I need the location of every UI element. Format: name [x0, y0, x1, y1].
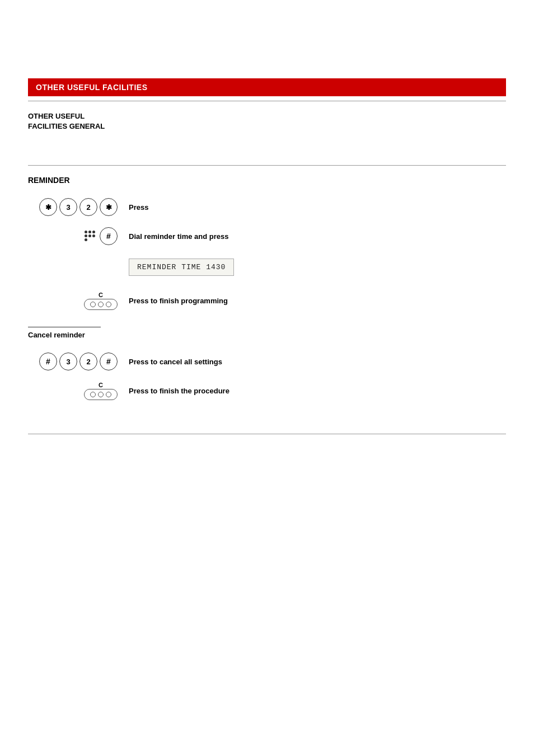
step3-row: C Press to finish programming — [28, 292, 506, 310]
cancel-key-2: 2 — [79, 353, 97, 370]
cancel-step2-row: C Press to finish the procedure — [28, 382, 506, 400]
c-circle-right — [106, 302, 111, 307]
key-2: 2 — [79, 198, 97, 216]
header-bar: OTHER USEFUL FACILITIES — [28, 78, 506, 96]
reminder-instructions: ✱ 3 2 ✱ Press — [28, 198, 506, 310]
c2-circle-center — [98, 392, 104, 397]
cancel-divider — [28, 327, 101, 327]
step1-label: Press — [129, 203, 148, 212]
c-button-2: C — [84, 382, 118, 400]
c2-circle-right — [106, 392, 111, 397]
cancel-key-3: 3 — [59, 353, 77, 370]
key-star-1: ✱ — [39, 198, 57, 216]
lcd-display-row: REMINDER TIME 1430 — [129, 256, 506, 278]
step1-keys: ✱ 3 2 ✱ — [28, 198, 118, 216]
page: OTHER USEFUL FACILITIES OTHER USEFUL FAC… — [0, 78, 534, 756]
step2-label: Dial reminder time and press — [129, 232, 228, 241]
c-button: C — [84, 292, 118, 310]
cancel-step1-label: Press to cancel all settings — [129, 358, 222, 366]
key-3: 3 — [59, 198, 77, 216]
step3-label: Press to finish programming — [129, 297, 228, 305]
step2-row: # Dial reminder time and press — [28, 227, 506, 245]
key-hash-left: # — [39, 353, 57, 370]
section-subtitle: OTHER USEFUL FACILITIES GENERAL — [28, 111, 506, 132]
c-circle-center — [98, 302, 104, 307]
step1-row: ✱ 3 2 ✱ Press — [28, 198, 506, 216]
bottom-divider — [28, 434, 506, 434]
key-star-2: ✱ — [100, 198, 118, 216]
cancel-step2-label: Press to finish the procedure — [129, 387, 229, 395]
step2-keys: # — [28, 227, 118, 245]
cancel-step1-keys: # 3 2 # — [28, 353, 118, 370]
cancel-heading: Cancel reminder — [28, 331, 506, 339]
lcd-display: REMINDER TIME 1430 — [129, 259, 234, 276]
cancel-step1-row: # 3 2 # Press to cancel all settings — [28, 353, 506, 370]
cancel-step2-keys: C — [28, 382, 118, 400]
step3-keys: C — [28, 292, 118, 310]
cancel-instructions: # 3 2 # Press to cancel all settings C — [28, 353, 506, 400]
c-circle-left — [90, 302, 96, 307]
header-divider — [28, 101, 506, 101]
key-hash-1: # — [100, 227, 118, 245]
key-hash-right: # — [100, 353, 118, 370]
header-title: OTHER USEFUL FACILITIES — [36, 83, 147, 92]
c2-circle-left — [90, 392, 96, 397]
reminder-heading: REMINDER — [28, 176, 506, 185]
keypad-icon — [85, 231, 95, 242]
reminder-divider-top — [28, 165, 506, 166]
